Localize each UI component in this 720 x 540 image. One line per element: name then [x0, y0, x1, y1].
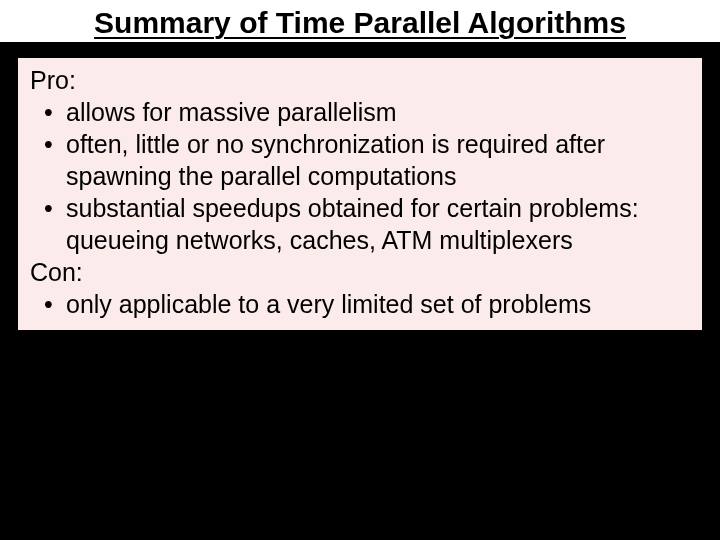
pro-list: allows for massive parallelism often, li…	[30, 96, 690, 256]
con-heading: Con:	[30, 256, 690, 288]
title-gap	[0, 42, 720, 56]
slide-title: Summary of Time Parallel Algorithms	[0, 6, 720, 40]
list-item: often, little or no synchronization is r…	[30, 128, 690, 192]
con-list: only applicable to a very limited set of…	[30, 288, 690, 320]
title-bar: Summary of Time Parallel Algorithms	[0, 0, 720, 42]
pro-heading: Pro:	[30, 64, 690, 96]
content-box: Pro: allows for massive parallelism ofte…	[16, 56, 704, 332]
slide: Summary of Time Parallel Algorithms Pro:…	[0, 0, 720, 540]
list-item: only applicable to a very limited set of…	[30, 288, 690, 320]
list-item: allows for massive parallelism	[30, 96, 690, 128]
list-item: substantial speedups obtained for certai…	[30, 192, 690, 256]
